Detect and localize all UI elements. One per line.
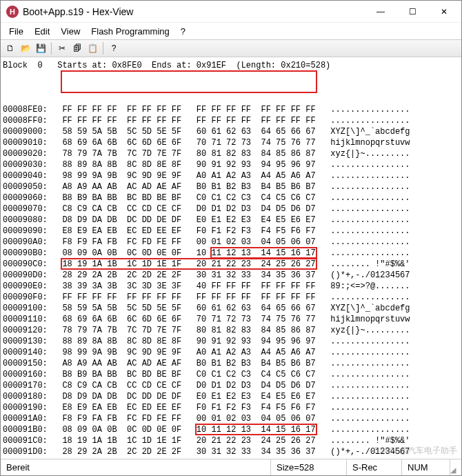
cut-button[interactable]: ✂ bbox=[55, 41, 69, 55]
copy-button[interactable]: 🗐 bbox=[70, 41, 84, 55]
hex-row[interactable]: 000091B0: 08 09 0A 0B 0C 0D 0E 0F 10 11 … bbox=[3, 424, 459, 435]
hex-row[interactable]: 000090C0: 18 19 1A 1B 1C 1D 1E 1F 20 21 … bbox=[3, 259, 459, 270]
maximize-button[interactable]: ☐ bbox=[396, 1, 428, 22]
hex-row[interactable]: 000090B0: 08 09 0A 0B 0C 0D 0E 0F 10 11 … bbox=[3, 248, 459, 259]
help-icon: ? bbox=[112, 43, 117, 53]
open-icon: 📂 bbox=[21, 43, 31, 53]
status-ready: Bereit bbox=[1, 459, 271, 475]
hex-row[interactable]: 00009150: A8 A9 AA AB AC AD AE AF B0 B1 … bbox=[3, 358, 459, 369]
hex-row[interactable]: 00009050: A8 A9 AA AB AC AD AE AF B0 B1 … bbox=[3, 181, 459, 192]
menu-file[interactable]: File bbox=[5, 25, 28, 38]
hex-row[interactable]: 000090D0: 28 29 2A 2B 2C 2D 2E 2F 30 31 … bbox=[3, 270, 459, 281]
block-header: Block 0 Starts at: 0x8FE0 Ends at: 0x91E… bbox=[3, 60, 459, 71]
hex-row[interactable]: 00009030: 88 89 8A 8B 8C 8D 8E 8F 90 91 … bbox=[3, 159, 459, 170]
hex-row[interactable]: 00009080: D8 D9 DA DB DC DD DE DF E0 E1 … bbox=[3, 215, 459, 226]
hex-row[interactable]: 000090A0: F8 F9 FA FB FC FD FE FF 00 01 … bbox=[3, 237, 459, 248]
hex-row[interactable]: 00009190: E8 E9 EA EB EC ED EE EF F0 F1 … bbox=[3, 402, 459, 413]
help-button[interactable]: ? bbox=[107, 41, 121, 55]
new-button[interactable]: 🗋 bbox=[3, 41, 17, 55]
paste-button[interactable]: 📋 bbox=[86, 41, 99, 55]
hex-row[interactable]: 00009140: 98 99 9A 9B 9C 9D 9E 9F A0 A1 … bbox=[3, 347, 459, 358]
hex-row[interactable]: 000091C0: 18 19 1A 1B 1C 1D 1E 1F 20 21 … bbox=[3, 435, 459, 446]
hex-row[interactable]: 00008FE0: FF FF FF FF FF FF FF FF FF FF … bbox=[3, 104, 459, 115]
save-icon: 💾 bbox=[36, 43, 46, 53]
menubar: File Edit View Flash Programming ? bbox=[1, 23, 461, 39]
toolbar-separator bbox=[103, 42, 103, 54]
highlight-box-1 bbox=[61, 70, 317, 93]
cut-icon: ✂ bbox=[59, 43, 66, 53]
hex-dump-area[interactable]: Block 0 Starts at: 0x8FE0 Ends at: 0x91E… bbox=[1, 57, 461, 459]
menu-help[interactable]: ? bbox=[177, 25, 190, 38]
statusbar: Bereit Size=528 S-Rec NUM ◢ bbox=[1, 459, 461, 475]
toolbar: 🗋 📂 💾 ✂ 🗐 📋 ? bbox=[1, 39, 461, 57]
hex-row[interactable]: 00009110: 68 69 6A 6B 6C 6D 6E 6F 70 71 … bbox=[3, 314, 459, 325]
hex-row[interactable]: 00009060: B8 B9 BA BB BC BD BE BF C0 C1 … bbox=[3, 192, 459, 204]
hex-row[interactable]: 000091A0: F8 F9 FA FB FC FD FE FF 00 01 … bbox=[3, 413, 459, 424]
hex-row[interactable]: 000091D0: 28 29 2A 2B 2C 2D 2E 2F 30 31 … bbox=[3, 446, 459, 457]
hex-row[interactable]: 00009020: 78 79 7A 7B 7C 7D 7E 7F 80 81 … bbox=[3, 148, 459, 159]
menu-view[interactable]: View bbox=[57, 25, 84, 38]
app-icon: H bbox=[6, 6, 19, 18]
hex-row[interactable]: 00009180: D8 D9 DA DB DC DD DE DF E0 E1 … bbox=[3, 391, 459, 402]
menu-edit[interactable]: Edit bbox=[30, 25, 54, 38]
hex-row[interactable]: 00009160: B8 B9 BA BB BC BD BE BF C0 C1 … bbox=[3, 369, 459, 380]
status-format: S-Rec bbox=[347, 459, 402, 475]
hex-row[interactable]: 000090E0: 38 39 3A 3B 3C 3D 3E 3F 40 FF … bbox=[3, 281, 459, 292]
hex-row[interactable]: 00009070: C8 C9 CA CB CC CD CE CF D0 D1 … bbox=[3, 204, 459, 215]
close-button[interactable]: ✕ bbox=[428, 1, 460, 22]
hex-row[interactable]: 00009130: 88 89 8A 8B 8C 8D 8E 8F 90 91 … bbox=[3, 336, 459, 347]
hex-row[interactable]: 00009000: 58 59 5A 5B 5C 5D 5E 5F 60 61 … bbox=[3, 126, 459, 137]
copy-icon: 🗐 bbox=[73, 43, 81, 53]
paste-icon: 📋 bbox=[88, 43, 98, 53]
hex-row[interactable]: 00009040: 98 99 9A 9B 9C 9D 9E 9F A0 A1 … bbox=[3, 170, 459, 181]
status-numlock: NUM bbox=[402, 459, 450, 475]
hex-row[interactable]: 00009170: C8 C9 CA CB CC CD CE CF D0 D1 … bbox=[3, 380, 459, 391]
hex-rows: 00008FE0: FF FF FF FF FF FF FF FF FF FF … bbox=[3, 104, 459, 459]
save-button[interactable]: 💾 bbox=[34, 41, 48, 55]
open-button[interactable]: 📂 bbox=[19, 41, 32, 55]
menu-flash[interactable]: Flash Programming bbox=[87, 25, 173, 38]
window-title: Boot+App.s19 - Hex-View bbox=[23, 6, 133, 17]
titlebar: H Boot+App.s19 - Hex-View — ☐ ✕ bbox=[1, 1, 461, 23]
status-size: Size=528 bbox=[271, 459, 347, 475]
toolbar-separator bbox=[51, 42, 52, 54]
hex-row[interactable]: 000090F0: FF FF FF FF FF FF FF FF FF FF … bbox=[3, 292, 459, 303]
hex-row[interactable]: 00008FF0: FF FF FF FF FF FF FF FF FF FF … bbox=[3, 115, 459, 126]
hex-row[interactable]: 00009100: 58 59 5A 5B 5C 5D 5E 5F 60 61 … bbox=[3, 303, 459, 314]
hex-row[interactable]: 00009120: 78 79 7A 7B 7C 7D 7E 7F 80 81 … bbox=[3, 325, 459, 336]
minimize-button[interactable]: — bbox=[365, 1, 396, 22]
hex-row[interactable]: 000091E0: 38 39 3A 3B 3C 3D 3E 3F FF FF … bbox=[3, 457, 459, 459]
resize-grip-icon[interactable]: ◢ bbox=[450, 466, 461, 475]
hex-row[interactable]: 00009010: 68 69 6A 6B 6C 6D 6E 6F 70 71 … bbox=[3, 137, 459, 148]
new-icon: 🗋 bbox=[6, 43, 14, 53]
hex-row[interactable]: 00009090: E8 E9 EA EB EC ED EE EF F0 F1 … bbox=[3, 226, 459, 237]
